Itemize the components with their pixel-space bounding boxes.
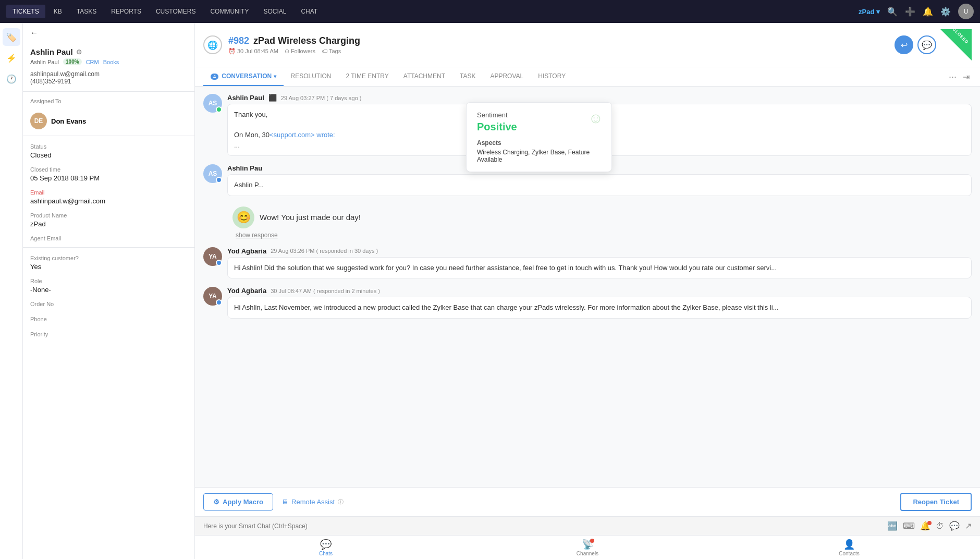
show-response-link[interactable]: show response	[236, 232, 278, 239]
tab-time-entry[interactable]: 2 TIME ENTRY	[339, 67, 396, 86]
remote-assist-button[interactable]: 🖥 Remote Assist ⓘ	[281, 498, 344, 506]
sentiment-smiley-icon: ☺	[588, 110, 603, 127]
bottom-bar: ⚙ Apply Macro 🖥 Remote Assist ⓘ Reopen T…	[195, 487, 980, 516]
online-dot	[216, 106, 222, 113]
tab-history[interactable]: HISTORY	[531, 67, 573, 86]
chat-bubble-icon[interactable]: 💬	[949, 521, 960, 531]
agent-dot-2	[216, 177, 222, 183]
add-icon[interactable]: ➕	[905, 7, 915, 17]
conversation-area: Sentiment Positive ☺ Aspects Wireless Ch…	[195, 87, 980, 487]
share-icon[interactable]: ↗	[965, 521, 972, 531]
back-button[interactable]: ←	[23, 23, 194, 42]
message-row-4: YA Yod Agbaria 29 Aug 03:26 PM ( respond…	[203, 247, 972, 279]
tabs-more-button[interactable]: ···	[945, 71, 961, 82]
smart-chat-icons: 🔤 ⌨ 🔔 ⏱ 💬 ↗	[887, 521, 972, 531]
product-field: Product Name zPad	[23, 207, 194, 230]
channels-tab-icon: 📡	[582, 539, 593, 550]
settings-icon[interactable]: ⚙️	[940, 7, 951, 17]
channels-tab-label: Channels	[577, 551, 598, 556]
order-field: Order No	[23, 296, 194, 311]
email-value: ashlinpaul.w@gmail.com	[30, 197, 187, 205]
message-sender-4: Yod Agbaria	[227, 247, 266, 255]
ticket-meta: ⏰ 30 Jul 08:45 AM ⊙ Followers 🏷 Tags	[228, 48, 360, 55]
bottom-tab-chats[interactable]: 💬 Chats	[195, 537, 457, 558]
aspects-value: Wireless Charging, Zylker Base, Feature …	[477, 149, 601, 163]
tab-resolution[interactable]: RESOLUTION	[284, 67, 339, 86]
agent-email-label: Agent Email	[30, 235, 187, 241]
user-avatar[interactable]: U	[958, 4, 974, 19]
nav-item-chat[interactable]: CHAT	[295, 5, 324, 18]
nav-item-tasks[interactable]: TASKS	[70, 5, 103, 18]
brand-selector[interactable]: zPad ▾	[859, 8, 880, 16]
ticket-followers[interactable]: ⊙ Followers	[285, 48, 315, 55]
tabs-expand-icon[interactable]: ⇥	[961, 72, 972, 82]
assigned-avatar: DE	[30, 113, 47, 129]
message-sender-5: Yod Agbaria	[227, 287, 266, 295]
chats-tab-label: Chats	[319, 551, 333, 556]
nav-item-customers[interactable]: CUSTOMERS	[150, 5, 202, 18]
existing-customer-field: Existing customer? Yes	[23, 250, 194, 273]
message-button[interactable]: 💬	[917, 35, 936, 54]
show-response-block: show response	[209, 228, 972, 239]
message-sender-2: Ashlin Pau	[227, 164, 262, 172]
nav-item-community[interactable]: COMMUNITY	[204, 5, 255, 18]
reopen-ticket-button[interactable]: Reopen Ticket	[900, 493, 972, 511]
tab-conversation[interactable]: 4 CONVERSATION ▾	[203, 67, 284, 86]
status-value: Closed	[30, 151, 187, 159]
books-label[interactable]: Books	[103, 59, 119, 65]
sentiment-value: Positive	[477, 121, 601, 133]
apply-macro-button[interactable]: ⚙ Apply Macro	[203, 493, 273, 511]
crm-label[interactable]: CRM	[86, 59, 99, 65]
nav-item-reports[interactable]: REPORTS	[105, 5, 148, 18]
smart-chat-input[interactable]	[203, 522, 883, 530]
contacts-tab-label: Contacts	[839, 551, 859, 556]
timer-icon[interactable]: ⏱	[936, 521, 944, 531]
aspects-title: Aspects	[477, 139, 601, 147]
sidebar-icon-tag[interactable]: 🏷️	[3, 28, 20, 46]
message-body-4: Hi Ashlin! Did the solution that we sugg…	[227, 257, 972, 279]
assigned-to-row: Assigned To	[23, 94, 194, 108]
help-icon: ⓘ	[338, 498, 344, 506]
ticket-title: zPad Wireless Charging	[253, 35, 360, 46]
nav-item-kb[interactable]: KB	[47, 5, 68, 18]
tag-icon: 🏷	[322, 48, 327, 54]
message-header-5: Yod Agbaria 30 Jul 08:47 AM ( responded …	[227, 287, 972, 295]
customer-header: Ashlin Paul ⊙ Ashlin Paul 100% CRM Books	[23, 42, 194, 68]
nav-item-tickets[interactable]: TICKETS	[6, 5, 45, 18]
followers-icon: ⊙	[285, 48, 289, 55]
existing-customer-value: Yes	[30, 263, 187, 271]
tab-task[interactable]: TASK	[452, 67, 483, 86]
sidebar-icon-history[interactable]: 🕐	[3, 70, 20, 88]
assigned-agent-name: Don Evans	[51, 117, 86, 125]
tab-attachment[interactable]: ATTACHMENT	[396, 67, 452, 86]
message-avatar-2: AS	[203, 164, 222, 183]
nav-right: zPad ▾ 🔍 ➕ 🔔 ⚙️ U	[859, 4, 974, 19]
reply-button[interactable]: ↩	[895, 35, 913, 54]
ticket-header: 🌐 #982 zPad Wireless Charging ⏰ 30 Jul 0…	[195, 23, 980, 67]
closed-time-field: Closed time 05 Sep 2018 08:19 PM	[23, 161, 194, 184]
ticket-tags[interactable]: 🏷 Tags	[322, 48, 341, 54]
message-time: 29 Aug 03:27 PM ( 7 days ago )	[281, 95, 362, 101]
role-value: -None-	[30, 286, 187, 294]
product-value: zPad	[30, 220, 187, 228]
email-field: Email ashlinpaul.w@gmail.com	[23, 184, 194, 207]
notifications-icon[interactable]: 🔔	[923, 7, 933, 17]
bottom-tab-channels[interactable]: 📡 Channels	[457, 537, 718, 558]
smart-chat-bar: 🔤 ⌨ 🔔 ⏱ 💬 ↗	[195, 516, 980, 535]
message-body-5: Hi Ashlin, Last November, we introduced …	[227, 297, 972, 319]
customer-meta: Ashlin Paul 100% CRM Books	[30, 58, 187, 65]
message-avatar-5: YA	[203, 287, 222, 306]
nav-item-social[interactable]: SOCIAL	[257, 5, 292, 18]
message-avatar: AS	[203, 94, 222, 113]
translate-icon[interactable]: 🔤	[887, 521, 898, 531]
notification-bell-icon[interactable]: 🔔	[920, 521, 930, 531]
bot-message-row: 😊 Wow! You just made our day!	[209, 206, 972, 228]
bottom-tab-contacts[interactable]: 👤 Contacts	[718, 537, 980, 558]
top-nav: TICKETS KB TASKS REPORTS CUSTOMERS COMMU…	[0, 0, 980, 23]
assigned-to-label: Assigned To	[30, 98, 62, 104]
search-icon[interactable]: 🔍	[887, 7, 898, 17]
sidebar-icon-bolt[interactable]: ⚡	[3, 49, 20, 67]
keyboard-icon[interactable]: ⌨	[903, 521, 915, 531]
ticket-globe-icon: 🌐	[203, 35, 222, 54]
tab-approval[interactable]: APPROVAL	[483, 67, 531, 86]
